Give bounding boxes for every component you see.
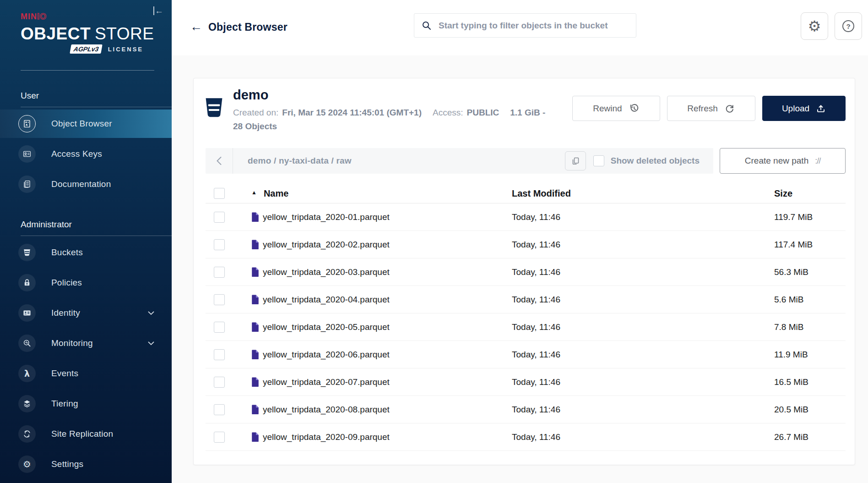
- access-label: Access:: [433, 108, 463, 117]
- upload-button[interactable]: Upload: [762, 96, 846, 121]
- sidebar-item-label: Policies: [51, 278, 82, 288]
- bucket-icon: [204, 98, 224, 118]
- row-checkbox[interactable]: [214, 239, 225, 250]
- name-header-label: Name: [264, 188, 288, 199]
- sidebar-item-access-keys[interactable]: Access Keys: [0, 140, 172, 168]
- table-row[interactable]: yellow_tripdata_2020-04.parquet Today, 1…: [206, 286, 846, 313]
- refresh-icon: [724, 103, 735, 114]
- sidebar-item-buckets[interactable]: Buckets: [0, 238, 172, 267]
- sidebar-item-tiering[interactable]: Tiering: [0, 390, 172, 418]
- path-back-chevron[interactable]: [206, 148, 233, 174]
- file-icon: [251, 405, 259, 415]
- help-glyph: ?: [846, 22, 850, 30]
- sidebar: ← MINIO OBJECTSTORE AGPLv3 LICENSE User: [0, 0, 172, 483]
- sidebar-item-settings[interactable]: ⚙ Settings: [0, 450, 172, 478]
- table-row[interactable]: yellow_tripdata_2020-01.parquet Today, 1…: [206, 203, 846, 231]
- object-size: 5.6 MiB: [774, 295, 846, 305]
- row-checkbox[interactable]: [214, 322, 225, 333]
- object-name: yellow_tripdata_2020-09.parquet: [263, 432, 390, 442]
- chevron-down-icon[interactable]: [148, 341, 154, 346]
- object-modified: Today, 11:46: [512, 432, 774, 442]
- sidebar-item-policies[interactable]: Policies: [0, 269, 172, 297]
- back-arrow-icon[interactable]: ←: [190, 19, 202, 34]
- sidebar-item-label: Documentation: [51, 179, 111, 189]
- help-button[interactable]: ?: [835, 12, 862, 40]
- search-icon: [422, 21, 432, 31]
- path-slash-icon: ://: [815, 156, 820, 166]
- create-new-path-label: Create new path: [745, 156, 808, 166]
- section-divider: [21, 236, 172, 236]
- row-checkbox[interactable]: [214, 377, 225, 388]
- table-row[interactable]: yellow_tripdata_2020-03.parquet Today, 1…: [206, 258, 846, 286]
- row-checkbox[interactable]: [214, 349, 225, 360]
- object-modified: Today, 11:46: [512, 240, 774, 250]
- refresh-label: Refresh: [687, 104, 718, 114]
- access-keys-icon: [18, 145, 36, 163]
- breadcrumb[interactable]: demo / ny-taxi-data / raw: [248, 156, 352, 166]
- modified-column-header[interactable]: Last Modified: [512, 188, 774, 199]
- minio-wordmark-solid: MIN: [21, 12, 37, 21]
- object-size: 119.7 MiB: [774, 212, 846, 222]
- rewind-icon: [629, 103, 640, 114]
- sidebar-item-label: Object Browser: [51, 119, 112, 129]
- page-title: Object Browser: [208, 21, 288, 33]
- sidebar-section-administrator: Administrator: [0, 220, 172, 230]
- object-modified: Today, 11:46: [512, 267, 774, 277]
- upload-label: Upload: [782, 104, 809, 114]
- search-input[interactable]: [438, 20, 629, 31]
- name-column-header[interactable]: ▲ Name: [251, 188, 512, 199]
- sidebar-item-label: Identity: [51, 308, 80, 318]
- sidebar-item-events[interactable]: λ Events: [0, 359, 172, 388]
- row-checkbox[interactable]: [214, 404, 225, 415]
- table-row[interactable]: yellow_tripdata_2020-05.parquet Today, 1…: [206, 313, 846, 341]
- object-modified: Today, 11:46: [512, 405, 774, 415]
- row-checkbox[interactable]: [214, 267, 225, 278]
- row-checkbox[interactable]: [214, 212, 225, 223]
- sidebar-item-object-browser[interactable]: Object Browser: [0, 110, 172, 138]
- license-label: LICENSE: [108, 46, 143, 53]
- row-checkbox[interactable]: [214, 432, 225, 443]
- copy-path-button[interactable]: [565, 151, 586, 170]
- path-bar: demo / ny-taxi-data / raw Show deleted o…: [206, 148, 713, 174]
- show-deleted-toggle[interactable]: Show deleted objects: [593, 155, 700, 166]
- gear-icon: ⚙: [18, 456, 36, 473]
- documentation-icon: [18, 176, 36, 193]
- show-deleted-checkbox[interactable]: [593, 155, 604, 166]
- table-row[interactable]: yellow_tripdata_2020-08.parquet Today, 1…: [206, 396, 846, 423]
- sidebar-item-site-replication[interactable]: Site Replication: [0, 420, 172, 448]
- table-row[interactable]: yellow_tripdata_2020-09.parquet Today, 1…: [206, 423, 846, 451]
- sidebar-item-documentation[interactable]: Documentation: [0, 170, 172, 198]
- sort-asc-icon: ▲: [251, 189, 257, 196]
- object-name: yellow_tripdata_2020-06.parquet: [263, 350, 390, 360]
- object-name: yellow_tripdata_2020-03.parquet: [263, 267, 390, 277]
- sidebar-item-label: Tiering: [51, 399, 78, 409]
- gear-icon: ⚙: [808, 19, 821, 33]
- sidebar-collapse-icon[interactable]: ←: [153, 6, 163, 15]
- refresh-button[interactable]: Refresh: [667, 96, 755, 121]
- sidebar-item-label: Events: [51, 368, 78, 379]
- select-all-checkbox[interactable]: [214, 188, 225, 199]
- created-on-value: Fri, Mar 15 2024 11:45:01 (GMT+1): [282, 108, 422, 117]
- table-row[interactable]: yellow_tripdata_2020-06.parquet Today, 1…: [206, 341, 846, 368]
- row-checkbox[interactable]: [214, 294, 225, 305]
- bucket-meta: Created on:Fri, Mar 15 2024 11:45:01 (GM…: [233, 106, 556, 133]
- sidebar-item-monitoring[interactable]: Monitoring: [0, 329, 172, 357]
- object-size: 16.5 MiB: [774, 377, 846, 387]
- file-icon: [251, 212, 259, 222]
- size-column-header[interactable]: Size: [774, 188, 846, 199]
- table-row[interactable]: yellow_tripdata_2020-02.parquet Today, 1…: [206, 231, 846, 258]
- chevron-down-icon[interactable]: [148, 311, 154, 315]
- table-row[interactable]: yellow_tripdata_2020-07.parquet Today, 1…: [206, 368, 846, 396]
- replication-arrows-icon: [18, 425, 36, 443]
- create-new-path-button[interactable]: Create new path ://: [720, 148, 846, 174]
- title-store: STORE: [95, 24, 154, 43]
- file-icon: [251, 377, 259, 387]
- object-name: yellow_tripdata_2020-01.parquet: [263, 212, 390, 222]
- settings-button[interactable]: ⚙: [801, 12, 828, 40]
- sidebar-item-identity[interactable]: Identity: [0, 299, 172, 327]
- object-size: 7.8 MiB: [774, 322, 846, 332]
- rewind-button[interactable]: Rewind: [572, 96, 660, 121]
- section-divider: [21, 107, 172, 107]
- content-area: demo Created on:Fri, Mar 15 2024 11:45:0…: [172, 55, 868, 483]
- layers-icon: [18, 395, 36, 412]
